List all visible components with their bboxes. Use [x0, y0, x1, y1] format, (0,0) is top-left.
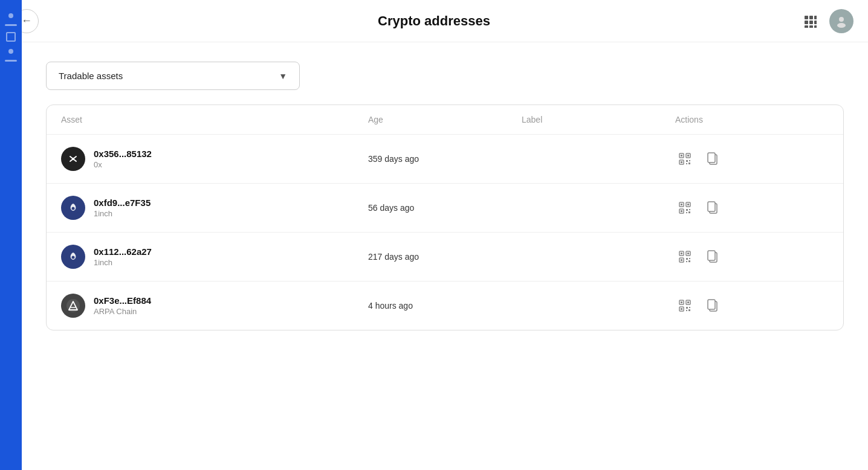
grid-icon-button[interactable]: [798, 9, 822, 33]
page-title: Crypto addresses: [378, 13, 490, 29]
main-content: Tradable assets ▼ Asset Age Label Action…: [22, 42, 868, 350]
1inch-icon-2: [66, 249, 80, 264]
network-0: 0x: [94, 160, 152, 169]
qr-code-icon: [678, 201, 691, 214]
svg-rect-21: [686, 163, 687, 164]
qr-code-icon: [678, 250, 691, 263]
qr-button-2[interactable]: [675, 247, 695, 266]
qr-button-3[interactable]: [675, 296, 695, 315]
qr-code-icon: [678, 152, 691, 166]
age-1: 56 days ago: [368, 203, 522, 213]
filter-label: Tradable assets: [59, 71, 123, 81]
back-icon: ←: [21, 14, 32, 27]
chevron-down-icon: ▼: [279, 71, 287, 81]
copy-icon: [707, 152, 719, 166]
table-row: 0x356...85132 0x 359 days ago: [47, 135, 843, 184]
svg-rect-8: [814, 25, 817, 28]
col-label: Label: [522, 115, 675, 124]
network-2: 1inch: [94, 258, 152, 267]
svg-rect-4: [809, 21, 813, 24]
svg-point-40: [72, 256, 75, 259]
svg-rect-1: [809, 16, 813, 19]
header-right: [798, 9, 853, 33]
qr-button-0[interactable]: [675, 149, 695, 169]
svg-rect-63: [688, 309, 690, 311]
age-3: 4 hours ago: [368, 301, 522, 311]
copy-button-3[interactable]: [703, 296, 722, 315]
svg-rect-46: [681, 259, 682, 261]
sidebar-item-5: [5, 60, 17, 62]
asset-cell-1: 0xfd9...e7F35 1inch: [61, 196, 368, 220]
sidebar-item-4: [8, 49, 13, 54]
svg-rect-22: [688, 163, 690, 164]
avatar-icon: [835, 14, 848, 28]
address-3: 0xF3e...Ef884: [94, 295, 151, 306]
svg-rect-47: [686, 258, 688, 260]
svg-rect-14: [681, 155, 682, 156]
filter-dropdown[interactable]: Tradable assets ▼: [46, 62, 300, 90]
copy-button-2[interactable]: [703, 247, 722, 266]
svg-rect-36: [688, 211, 690, 213]
svg-rect-19: [686, 160, 688, 162]
copy-button-1[interactable]: [703, 198, 722, 217]
svg-rect-34: [689, 209, 690, 210]
asset-info-2: 0x112...62a27 1inch: [94, 246, 152, 267]
address-1: 0xfd9...e7F35: [94, 198, 151, 208]
svg-point-26: [72, 207, 75, 210]
asset-icon-2: [61, 245, 85, 269]
copy-icon: [707, 250, 719, 263]
svg-rect-0: [805, 16, 808, 19]
svg-point-9: [839, 17, 844, 22]
svg-rect-57: [687, 301, 689, 303]
svg-rect-3: [805, 21, 808, 24]
svg-rect-65: [708, 300, 715, 309]
actions-2: [675, 247, 829, 266]
1inch-icon: [66, 201, 80, 215]
sidebar-item-1: [8, 13, 13, 18]
svg-rect-28: [681, 204, 682, 205]
svg-rect-16: [687, 155, 689, 156]
svg-rect-44: [687, 253, 689, 254]
table-row: 0xfd9...e7F35 1inch 56 days ago: [47, 184, 843, 233]
svg-rect-61: [689, 307, 690, 308]
svg-rect-50: [688, 260, 690, 262]
asset-icon-0: [61, 147, 85, 171]
asset-cell-0: 0x356...85132 0x: [61, 147, 368, 171]
asset-cell-3: 0xF3e...Ef884 ARPA Chain: [61, 294, 368, 318]
crypto-table: Asset Age Label Actions 0x356...85132 0x: [46, 105, 844, 330]
svg-point-12: [72, 158, 74, 160]
sidebar-item-2: [5, 24, 17, 26]
sidebar-item-3: [6, 32, 16, 42]
copy-icon: [707, 299, 719, 312]
table-row: 0xF3e...Ef884 ARPA Chain 4 hours ago: [47, 282, 843, 330]
svg-rect-6: [805, 25, 808, 28]
svg-rect-38: [708, 202, 715, 211]
arpa-icon: [66, 298, 80, 313]
copy-button-0[interactable]: [703, 149, 722, 169]
col-asset: Asset: [61, 115, 368, 124]
svg-rect-42: [681, 253, 682, 254]
asset-cell-2: 0x112...62a27 1inch: [61, 245, 368, 269]
svg-rect-48: [689, 258, 690, 259]
network-1: 1inch: [94, 209, 151, 218]
asset-info-0: 0x356...85132 0x: [94, 149, 152, 169]
svg-rect-60: [686, 307, 688, 309]
actions-1: [675, 198, 829, 217]
svg-rect-20: [689, 160, 690, 161]
qr-code-icon: [678, 299, 691, 312]
age-0: 359 days ago: [368, 154, 522, 164]
address-2: 0x112...62a27: [94, 246, 152, 257]
asset-info-3: 0xF3e...Ef884 ARPA Chain: [94, 295, 151, 316]
col-age: Age: [368, 115, 522, 124]
actions-0: [675, 149, 829, 169]
user-avatar[interactable]: [829, 9, 853, 33]
filter-wrapper: Tradable assets ▼: [46, 62, 844, 90]
header: ← Crypto addresses: [0, 0, 868, 42]
table-row: 0x112...62a27 1inch 217 days ago: [47, 233, 843, 282]
svg-point-10: [837, 23, 846, 28]
qr-button-1[interactable]: [675, 198, 695, 217]
svg-rect-32: [681, 210, 682, 212]
svg-rect-5: [814, 21, 817, 24]
age-2: 217 days ago: [368, 252, 522, 262]
svg-rect-24: [708, 153, 715, 163]
